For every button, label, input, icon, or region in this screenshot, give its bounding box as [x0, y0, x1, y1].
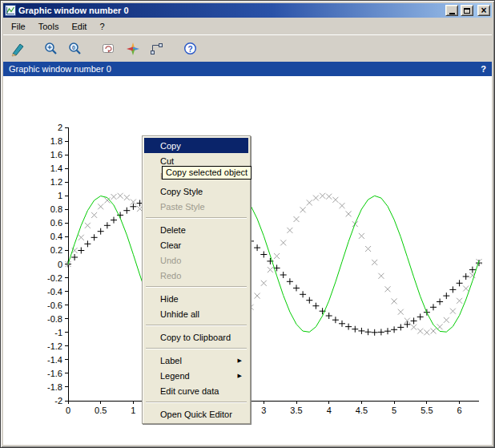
zoom-in-icon: [43, 41, 59, 57]
menu-item-label: Copy to Clipboard: [160, 333, 231, 342]
menu-item-label: Hide: [160, 294, 179, 304]
svg-text:-1.6: -1.6: [47, 369, 62, 378]
window-icon: [5, 5, 16, 16]
menu-item-label: Cut: [160, 156, 174, 166]
context-menu-item-clear[interactable]: Clear: [144, 237, 248, 252]
menu-item-label: Redo: [160, 271, 181, 281]
context-menu-item-legend[interactable]: Legend▶: [144, 368, 248, 383]
datatip-button[interactable]: [146, 38, 167, 59]
submenu-arrow-icon: ▶: [238, 357, 242, 364]
svg-text:-0.2: -0.2: [47, 273, 62, 283]
maximize-icon: [464, 8, 470, 14]
menu-separator: [146, 402, 247, 403]
svg-text:-0.8: -0.8: [47, 314, 62, 324]
svg-text:3: 3: [261, 406, 266, 415]
svg-text:-1.8: -1.8: [47, 382, 62, 392]
zoom-in-button[interactable]: [40, 38, 62, 59]
svg-text:6: 6: [457, 406, 462, 415]
menubar-item-edit[interactable]: Edit: [65, 19, 93, 34]
app-window: Graphic window number 0 × FileToolsEdit?…: [0, 0, 495, 448]
plot-canvas[interactable]: 00.511.522.533.544.555.5621.81.61.41.210…: [3, 76, 492, 445]
svg-text:1: 1: [131, 406, 135, 415]
context-menu-item-open-quick-editor[interactable]: Open Quick Editor: [144, 406, 248, 422]
menu-item-label: Undo: [160, 256, 181, 265]
minimize-button[interactable]: [445, 5, 458, 16]
menu-item-label: Copy: [160, 141, 181, 151]
context-menu-item-copy-to-clipboard[interactable]: Copy to Clipboard: [144, 329, 248, 345]
figure-editor-button[interactable]: [122, 38, 143, 59]
svg-text:0.5: 0.5: [95, 406, 107, 415]
window-title: Graphic window number 0: [18, 6, 443, 15]
menu-separator: [146, 348, 247, 349]
context-menu-item-unhide-all[interactable]: Unhide all: [144, 306, 248, 321]
rotate-icon: [101, 41, 117, 57]
svg-text:0: 0: [66, 406, 70, 415]
menubar: FileToolsEdit?: [3, 18, 492, 34]
maximize-button[interactable]: [461, 5, 473, 16]
series-plus-markers[interactable]: [65, 192, 482, 335]
axes: [65, 127, 479, 404]
svg-text:4.5: 4.5: [356, 406, 368, 415]
close-icon: ×: [481, 6, 486, 14]
svg-text:1.4: 1.4: [50, 163, 62, 173]
figure-info-label: Graphic window number 0: [9, 64, 111, 74]
figure-info-bar: Graphic window number 0 ?: [3, 62, 492, 76]
infobar-help-icon[interactable]: ?: [481, 64, 486, 74]
original-view-icon: 0: [67, 41, 83, 57]
original-view-button[interactable]: 0: [64, 38, 86, 59]
titlebar[interactable]: Graphic window number 0 ×: [3, 3, 492, 18]
menu-item-label: Unhide all: [160, 309, 199, 319]
context-menu-item-redo[interactable]: Redo: [144, 268, 248, 283]
menubar-item-file[interactable]: File: [5, 19, 32, 34]
svg-text:2: 2: [58, 123, 62, 132]
svg-text:-1.4: -1.4: [47, 355, 62, 365]
help-icon: ?: [183, 41, 199, 57]
help-button[interactable]: ?: [179, 38, 201, 59]
context-menu-item-label[interactable]: Label▶: [144, 353, 248, 368]
menu-item-label: Edit curve data: [160, 386, 219, 396]
series-cross-markers[interactable]: [66, 193, 482, 335]
menubar-item-help[interactable]: ?: [93, 19, 111, 34]
context-menu-item-hide[interactable]: Hide: [144, 291, 248, 306]
menu-item-label: Paste Style: [160, 202, 205, 212]
svg-text:5.5: 5.5: [421, 406, 433, 415]
close-button[interactable]: ×: [477, 5, 490, 16]
svg-text:0.2: 0.2: [50, 245, 62, 255]
svg-text:-0.6: -0.6: [47, 301, 62, 310]
context-menu-item-delete[interactable]: Delete: [144, 222, 248, 237]
svg-text:5: 5: [392, 406, 396, 415]
context-menu-item-undo[interactable]: Undo: [144, 252, 248, 268]
context-menu-item-copy-style[interactable]: Copy Style: [144, 184, 248, 199]
tick-labels: 00.511.522.533.544.555.5621.81.61.41.210…: [47, 123, 462, 415]
menu-item-label: Legend: [160, 371, 190, 381]
menu-item-label: Copy Style: [160, 187, 203, 196]
menu-item-label: Delete: [160, 225, 186, 235]
datatip-icon: [149, 41, 165, 57]
menu-item-label: Clear: [160, 240, 181, 250]
svg-text:0: 0: [58, 260, 62, 269]
svg-text:?: ?: [187, 44, 192, 53]
svg-text:1.8: 1.8: [50, 136, 62, 146]
menu-separator: [146, 286, 247, 288]
menu-item-label: Open Quick Editor: [160, 410, 232, 419]
series-green-line[interactable]: [68, 196, 479, 332]
svg-text:4: 4: [327, 406, 332, 415]
svg-text:-2: -2: [54, 396, 62, 406]
svg-text:0: 0: [72, 44, 75, 50]
rotate-button[interactable]: [98, 38, 119, 59]
context-menu-item-copy[interactable]: Copy: [144, 138, 248, 153]
tooltip: Copy selected object: [162, 166, 252, 180]
svg-text:0.4: 0.4: [50, 232, 62, 241]
submenu-arrow-icon: ▶: [238, 373, 242, 379]
toolbar: 0 ?: [3, 34, 492, 62]
svg-text:-1: -1: [54, 328, 62, 337]
menubar-item-tools[interactable]: Tools: [32, 19, 66, 34]
context-menu-item-paste-style[interactable]: Paste Style: [144, 199, 248, 214]
svg-text:-0.4: -0.4: [47, 287, 62, 297]
svg-text:1.6: 1.6: [50, 150, 62, 159]
svg-text:-1.2: -1.2: [47, 341, 62, 351]
export-icon: [10, 41, 26, 57]
svg-text:3.5: 3.5: [290, 406, 302, 415]
context-menu-item-edit-curve-data[interactable]: Edit curve data: [144, 383, 248, 398]
export-button[interactable]: [6, 38, 28, 59]
